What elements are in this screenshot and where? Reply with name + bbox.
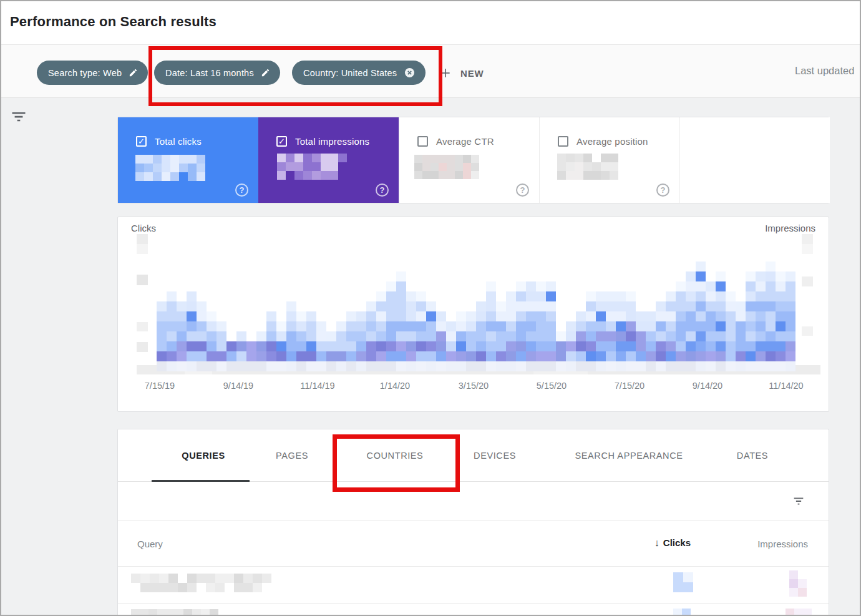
y-axis-redacted-tick bbox=[137, 322, 148, 331]
redacted-query-text bbox=[131, 574, 271, 592]
filter-chip-label: Search type: Web bbox=[48, 68, 122, 78]
x-tick: 11/14/19 bbox=[289, 381, 346, 391]
filter-chip-date[interactable]: Date: Last 16 months bbox=[154, 61, 280, 85]
checkbox-checked-icon[interactable]: ✓ bbox=[276, 136, 287, 147]
new-filter-button[interactable]: NEW bbox=[439, 62, 484, 84]
tab-pages[interactable]: PAGES bbox=[233, 429, 351, 482]
y-axis-redacted-tick bbox=[137, 275, 148, 285]
x-tick: 7/15/20 bbox=[601, 381, 658, 391]
table-header-row: Query ↓Clicks Impressions bbox=[118, 521, 829, 567]
help-icon[interactable]: ? bbox=[376, 183, 389, 197]
metrics-banner: ✓ Total clicks ? ✓ Total impressions ? A… bbox=[117, 117, 829, 203]
dimensions-table-card: QUERIES PAGES COUNTRIES DEVICES SEARCH A… bbox=[117, 429, 829, 616]
redacted-clicks-value bbox=[673, 572, 693, 592]
tab-dates[interactable]: DATES bbox=[693, 429, 812, 482]
x-tick: 5/15/20 bbox=[523, 381, 580, 391]
y-axis-redacted-tick bbox=[137, 342, 148, 352]
y-axis-redacted-tick bbox=[802, 326, 813, 336]
column-header-impressions[interactable]: Impressions bbox=[751, 539, 808, 549]
filter-chip-country[interactable]: Country: United States bbox=[292, 61, 426, 85]
x-tick: 7/15/19 bbox=[132, 381, 188, 391]
redacted-impressions-value bbox=[786, 609, 812, 616]
filter-list-icon[interactable] bbox=[792, 494, 805, 508]
metric-card-average-position[interactable]: Average position ? bbox=[539, 117, 679, 203]
filter-list-icon[interactable] bbox=[10, 108, 27, 125]
x-tick: 9/14/20 bbox=[679, 381, 736, 391]
tab-search-appearance[interactable]: SEARCH APPEARANCE bbox=[563, 429, 694, 482]
y-axis-redacted-tick bbox=[137, 234, 148, 244]
metric-card-total-impressions[interactable]: ✓ Total impressions ? bbox=[258, 117, 399, 203]
redacted-metric-value bbox=[414, 155, 479, 179]
last-updated-text: Last updated bbox=[795, 65, 854, 77]
new-button-label: NEW bbox=[460, 68, 484, 79]
redacted-query-text bbox=[131, 609, 227, 616]
impressions-axis-label: Impressions bbox=[765, 223, 815, 233]
clicks-axis-label: Clicks bbox=[131, 223, 156, 233]
x-tick: 11/14/20 bbox=[758, 381, 814, 391]
edit-pencil-icon bbox=[129, 68, 138, 77]
metric-label: Average position bbox=[576, 136, 648, 147]
redacted-metric-value bbox=[557, 154, 618, 180]
help-icon[interactable]: ? bbox=[656, 183, 669, 197]
y-axis-redacted-tick bbox=[137, 244, 148, 254]
dimension-tabs: QUERIES PAGES COUNTRIES DEVICES SEARCH A… bbox=[118, 429, 829, 482]
checkbox-checked-icon[interactable]: ✓ bbox=[136, 136, 147, 147]
y-axis-redacted-tick bbox=[802, 234, 813, 244]
filter-chip-search-type[interactable]: Search type: Web bbox=[37, 61, 148, 85]
redacted-metric-value bbox=[277, 154, 347, 180]
filter-chip-label: Country: United States bbox=[303, 68, 397, 78]
page-title: Performance on Search results bbox=[10, 14, 216, 30]
edit-pencil-icon bbox=[261, 68, 270, 77]
x-tick: 9/14/19 bbox=[210, 381, 266, 391]
y-axis-redacted-tick bbox=[802, 276, 813, 286]
metric-label: Total impressions bbox=[295, 136, 369, 147]
filter-chip-label: Date: Last 16 months bbox=[165, 68, 254, 78]
tab-devices[interactable]: DEVICES bbox=[435, 429, 554, 482]
metrics-banner-empty-area bbox=[679, 117, 830, 203]
column-header-query: Query bbox=[137, 539, 163, 549]
x-tick: 3/15/20 bbox=[445, 381, 502, 391]
column-header-clicks-sorted[interactable]: ↓Clicks bbox=[642, 537, 691, 549]
plus-icon bbox=[439, 67, 452, 79]
checkbox-unchecked-icon[interactable] bbox=[558, 136, 568, 147]
table-filter-row bbox=[118, 482, 829, 521]
remove-circle-icon[interactable] bbox=[404, 67, 416, 79]
x-axis: 7/15/19 9/14/19 11/14/19 1/14/20 3/15/20… bbox=[118, 381, 829, 393]
redacted-metric-value bbox=[135, 155, 205, 181]
x-tick: 1/14/20 bbox=[367, 381, 423, 391]
y-axis-redacted-tick bbox=[802, 244, 813, 254]
metric-card-total-clicks[interactable]: ✓ Total clicks ? bbox=[118, 117, 258, 203]
redacted-impressions-value bbox=[789, 570, 807, 597]
sort-arrow-down-icon: ↓ bbox=[654, 537, 659, 548]
search-console-performance-page: Performance on Search results Search typ… bbox=[0, 0, 861, 616]
performance-chart-card: Clicks Impressions 7/15/19 9/14/19 11/14… bbox=[117, 217, 829, 412]
checkbox-unchecked-icon[interactable] bbox=[417, 136, 428, 147]
metric-label: Average CTR bbox=[436, 136, 494, 147]
redacted-chart-bars bbox=[157, 242, 795, 371]
metric-card-average-ctr[interactable]: Average CTR ? bbox=[399, 117, 539, 203]
metric-label: Total clicks bbox=[155, 136, 202, 147]
help-icon[interactable]: ? bbox=[235, 183, 248, 197]
page-header: Performance on Search results bbox=[1, 1, 860, 45]
help-icon[interactable]: ? bbox=[516, 183, 529, 197]
row-divider bbox=[118, 603, 829, 604]
redacted-clicks-value bbox=[673, 609, 691, 616]
